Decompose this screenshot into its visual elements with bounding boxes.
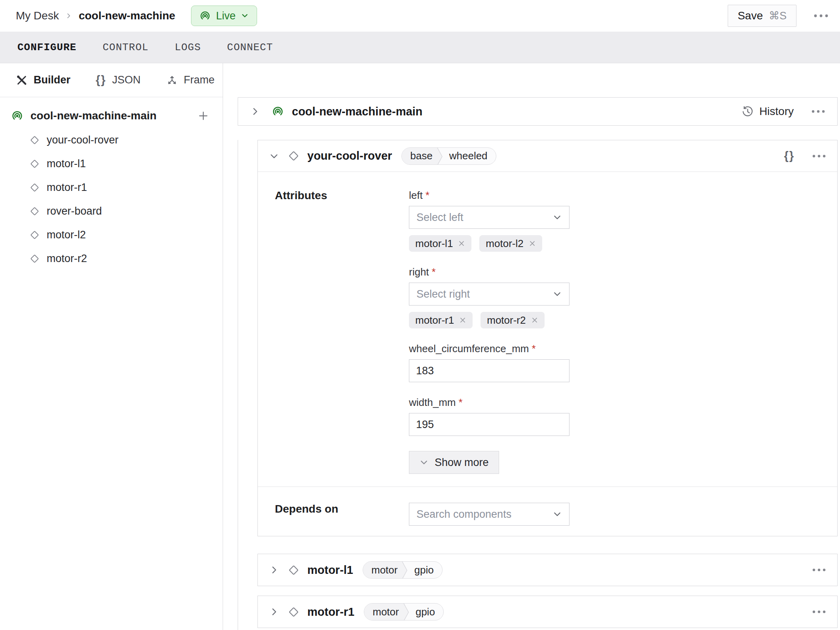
attributes-section: Attributes left * Select left bbox=[258, 172, 837, 487]
field-left-label: left * bbox=[409, 189, 569, 201]
wheel-circumference-input[interactable] bbox=[409, 359, 569, 382]
left-select[interactable]: Select left bbox=[409, 206, 569, 229]
machine-part-icon bbox=[272, 106, 284, 118]
mode-builder[interactable]: Builder bbox=[16, 74, 70, 86]
history-label: History bbox=[759, 105, 794, 118]
mode-json[interactable]: {} JSON bbox=[96, 74, 141, 87]
motor-r1-menu-ellipsis-icon[interactable] bbox=[812, 609, 826, 614]
component-diamond-icon bbox=[288, 564, 300, 576]
attributes-label-col: Attributes bbox=[258, 189, 409, 474]
close-icon[interactable] bbox=[458, 240, 465, 247]
tabbar: CONFIGURE CONTROL LOGS CONNECT bbox=[0, 32, 840, 63]
field-right-label: right * bbox=[409, 266, 569, 278]
part-menu-ellipsis-icon[interactable] bbox=[811, 109, 825, 114]
chevron-down-icon bbox=[552, 509, 562, 519]
sidebar: Builder {} JSON Frame bbox=[0, 63, 223, 630]
motor-r1-header: motor-r1 motor gpio bbox=[258, 596, 837, 628]
tree-item-motor-l1[interactable]: motor-l1 bbox=[0, 152, 223, 175]
chip-label: motor-l2 bbox=[486, 238, 523, 250]
tree-root-label: cool-new-machine-main bbox=[30, 109, 197, 122]
right-select[interactable]: Select right bbox=[409, 283, 569, 306]
overflow-menu-ellipsis-icon[interactable] bbox=[813, 13, 829, 18]
tab-connect[interactable]: CONNECT bbox=[227, 41, 273, 53]
depends-label-col: Depends on bbox=[258, 503, 409, 515]
component-card-your-cool-rover: your-cool-rover base wheeled {} bbox=[257, 140, 838, 536]
tree-item-your-cool-rover[interactable]: your-cool-rover bbox=[0, 128, 223, 152]
tree-item-rover-board[interactable]: rover-board bbox=[0, 199, 223, 223]
component-diamond-icon bbox=[288, 606, 300, 618]
close-icon[interactable] bbox=[531, 317, 538, 324]
chevron-right-icon[interactable] bbox=[269, 565, 279, 575]
show-more-button[interactable]: Show more bbox=[409, 451, 499, 474]
field-wheel-circumference: wheel_circumference_mm * bbox=[409, 343, 569, 382]
attributes-fields: left * Select left m bbox=[409, 189, 569, 474]
left-chips: motor-l1 motor-l2 bbox=[409, 235, 569, 252]
chevron-right-icon[interactable] bbox=[269, 607, 279, 617]
rover-menu-ellipsis-icon[interactable] bbox=[812, 154, 826, 158]
show-more-label: Show more bbox=[435, 456, 489, 469]
history-clock-icon bbox=[741, 105, 754, 118]
tree-item-motor-r1[interactable]: motor-r1 bbox=[0, 175, 223, 199]
motor-l1-actions bbox=[795, 568, 826, 572]
tab-configure[interactable]: CONFIGURE bbox=[17, 41, 76, 53]
part-children-container: your-cool-rover base wheeled {} bbox=[238, 140, 840, 630]
field-label-text: width_mm bbox=[409, 396, 456, 408]
width-input[interactable] bbox=[409, 413, 569, 436]
right-select-placeholder: Select right bbox=[416, 288, 470, 300]
history-button[interactable]: History bbox=[741, 105, 794, 118]
tree-item-label: motor-r2 bbox=[47, 253, 87, 265]
close-icon[interactable] bbox=[459, 317, 466, 324]
close-icon[interactable] bbox=[529, 240, 536, 247]
component-diamond-icon bbox=[29, 182, 40, 193]
required-marker: * bbox=[532, 343, 535, 355]
depends-on-select[interactable]: Search components bbox=[409, 503, 569, 526]
right-chips: motor-r1 motor-r2 bbox=[409, 312, 569, 328]
tab-logs[interactable]: LOGS bbox=[175, 41, 201, 53]
breadcrumb-parent[interactable]: My Desk bbox=[16, 9, 59, 22]
braces-icon: {} bbox=[96, 74, 106, 87]
depends-on-heading: Depends on bbox=[275, 503, 338, 515]
mode-frame[interactable]: Frame bbox=[166, 74, 215, 86]
tools-icon bbox=[16, 74, 28, 86]
component-diamond-icon bbox=[29, 135, 40, 145]
tree-item-motor-r2[interactable]: motor-r2 bbox=[0, 247, 223, 270]
part-title: cool-new-machine-main bbox=[292, 105, 422, 118]
braces-icon[interactable]: {} bbox=[784, 149, 795, 162]
pill-model-label: wheeled bbox=[444, 148, 496, 164]
save-button-label: Save bbox=[738, 9, 763, 22]
add-component-plus-icon[interactable] bbox=[197, 110, 209, 122]
breadcrumb-chevron-icon bbox=[65, 12, 72, 19]
field-wheel-label: wheel_circumference_mm * bbox=[409, 343, 569, 355]
depends-fields: Search components bbox=[409, 503, 569, 526]
pill-divider bbox=[402, 604, 410, 620]
topbar: My Desk cool-new-machine Live Save ⌘S bbox=[0, 0, 840, 32]
chevron-right-icon[interactable] bbox=[250, 106, 260, 117]
pill-model-label: gpio bbox=[409, 562, 442, 578]
view-mode-switcher: Builder {} JSON Frame bbox=[0, 63, 223, 97]
rover-card-title: your-cool-rover bbox=[307, 149, 392, 162]
component-diamond-icon bbox=[29, 230, 40, 240]
pill-divider bbox=[436, 148, 444, 164]
chevron-down-icon[interactable] bbox=[269, 151, 279, 161]
live-status-badge[interactable]: Live bbox=[191, 6, 257, 26]
motor-l1-menu-ellipsis-icon[interactable] bbox=[812, 568, 826, 572]
field-right: right * Select right bbox=[409, 266, 569, 328]
tree-item-label: motor-l2 bbox=[47, 229, 86, 241]
attributes-heading: Attributes bbox=[275, 189, 327, 202]
content: Builder {} JSON Frame bbox=[0, 63, 840, 630]
save-button[interactable]: Save ⌘S bbox=[728, 5, 796, 27]
tree-item-motor-l2[interactable]: motor-l2 bbox=[0, 223, 223, 247]
required-marker: * bbox=[432, 266, 436, 278]
tree-item-label: your-cool-rover bbox=[47, 134, 119, 146]
pill-divider bbox=[401, 562, 409, 578]
component-diamond-icon bbox=[29, 253, 40, 264]
required-marker: * bbox=[458, 396, 462, 408]
breadcrumb-current: cool-new-machine bbox=[79, 9, 175, 22]
tab-control[interactable]: CONTROL bbox=[102, 41, 148, 53]
tree-root-machine-part[interactable]: cool-new-machine-main bbox=[0, 104, 223, 128]
mode-json-label: JSON bbox=[112, 74, 141, 86]
chip-label: motor-r1 bbox=[415, 314, 454, 326]
pill-type-label: motor bbox=[364, 604, 402, 620]
component-card-motor-r1: motor-r1 motor gpio bbox=[257, 596, 838, 628]
field-label-text: wheel_circumference_mm bbox=[409, 343, 529, 355]
